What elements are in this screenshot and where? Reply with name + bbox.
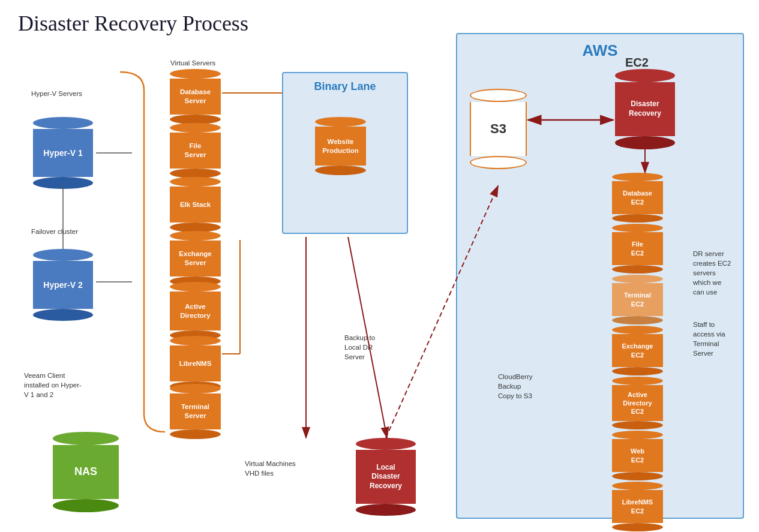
- file-server-cylinder: FileServer: [170, 123, 221, 178]
- staff-label: Staff toaccess viaTerminalServer: [693, 320, 747, 358]
- hyper-v-servers-label: Hyper-V Servers: [31, 89, 82, 98]
- ec2-dr-cylinder: DisasterRecovery: [615, 69, 675, 149]
- librenms-cylinder: LibreNMS: [170, 336, 221, 391]
- ec2-title-label: EC2: [625, 54, 649, 71]
- failover-cluster-label: Failover cluster: [31, 227, 78, 236]
- dr-server-label: DR servercreates EC2serverswhich wecan u…: [693, 249, 753, 297]
- librenms-ec2-cylinder: LibreNMSEC2: [612, 482, 663, 531]
- website-production-cylinder: WebsiteProduction: [315, 117, 366, 175]
- nas-cylinder: NAS: [53, 432, 119, 512]
- exchange-server-cylinder: ExchangeServer: [170, 231, 221, 286]
- elk-stack-cylinder: Elk Stack: [170, 177, 221, 232]
- cloudberry-label: CloudBerryBackupCopy to S3: [498, 372, 533, 401]
- web-ec2-cylinder: WebEC2: [612, 431, 663, 480]
- active-directory-cylinder: ActiveDirectory: [170, 282, 221, 340]
- terminal-ec2-cylinder: TerminalEC2: [612, 275, 663, 324]
- hyper-v2-cylinder: Hyper-V 2: [33, 249, 93, 321]
- database-server-cylinder: DatabaseServer: [170, 69, 221, 124]
- local-dr-cylinder: LocalDisasterRecovery: [356, 438, 416, 516]
- terminal-server-cylinder: TerminalServer: [170, 384, 221, 439]
- virtual-servers-label: Virtual Servers: [170, 58, 215, 68]
- exchange-ec2-cylinder: ExchangeEC2: [612, 326, 663, 375]
- binary-lane-label: Binary Lane: [314, 80, 376, 93]
- hyper-v1-cylinder: Hyper-V 1: [33, 117, 93, 189]
- veeam-label: Veeam Clientinstalled on Hyper-V 1 and 2: [24, 371, 96, 399]
- s3-cylinder: S3: [470, 89, 527, 169]
- virtual-machines-label: Virtual MachinesVHD files: [245, 459, 296, 478]
- backup-label: Backup toLocal DRServer: [344, 333, 375, 362]
- aws-label: AWS: [582, 41, 617, 60]
- database-ec2-cylinder: DatabaseEC2: [612, 173, 663, 223]
- active-directory-ec2-cylinder: ActiveDirectoryEC2: [612, 377, 663, 429]
- page-title: Disaster Recovery Process: [18, 11, 248, 36]
- file-ec2-cylinder: FileEC2: [612, 224, 663, 273]
